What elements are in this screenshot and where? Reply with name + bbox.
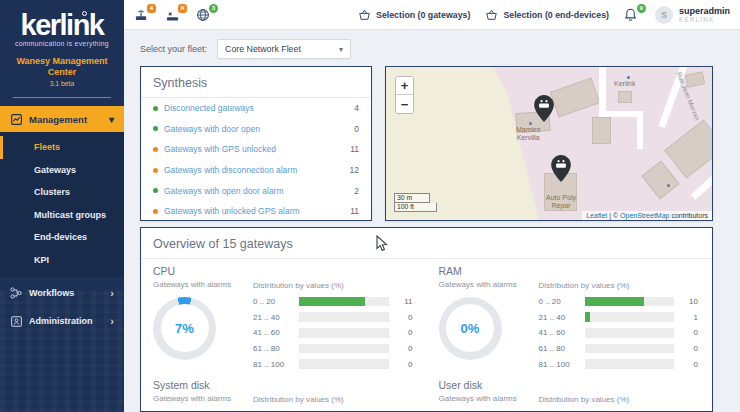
sidebar-item-multicast-groups[interactable]: Multicast groups bbox=[0, 204, 124, 227]
user-menu[interactable]: S superadmin KERLINK bbox=[655, 6, 730, 24]
attribution-suffix: contributors bbox=[669, 212, 708, 219]
bar-track bbox=[585, 359, 675, 369]
sidebar-item-management[interactable]: Management ▾ bbox=[0, 106, 124, 132]
app-title: Wanesy Management Center bbox=[0, 56, 124, 78]
map-poi-dot bbox=[529, 122, 532, 125]
sidebar: kerlink communication is everything Wane… bbox=[0, 0, 124, 412]
basket-icon bbox=[358, 9, 371, 21]
distribution-label: Distribution by values (%) bbox=[253, 395, 413, 405]
notifications-bell-button[interactable]: 0 bbox=[624, 8, 640, 22]
main-area: 4 ✕ 3 Selection (0 gateways) bbox=[124, 0, 740, 412]
bar-track bbox=[299, 328, 389, 338]
dropdown-caret-icon: ▾ bbox=[339, 45, 343, 54]
fleet-selector-row: Select your fleet: Core Network Fleet ▾ bbox=[124, 30, 740, 66]
ram-alarm-percent: 0% bbox=[446, 304, 494, 352]
chevron-down-icon: ▾ bbox=[109, 114, 114, 125]
topbar-right: Selection (0 gateways) Selection (0 end-… bbox=[358, 6, 730, 24]
map-building bbox=[592, 117, 611, 144]
synthesis-row-open-door-alarm: Gateways with open door alarm 2 bbox=[141, 180, 371, 201]
fleet-selector-label: Select your fleet: bbox=[140, 44, 207, 54]
overview-grid: CPU Gateways with alarms 7% Distribution… bbox=[141, 259, 712, 404]
range-label: 81 .. 100 bbox=[253, 360, 299, 369]
gateway-map-marker[interactable] bbox=[534, 95, 554, 122]
network-globe-icon[interactable]: 3 bbox=[196, 8, 212, 22]
osm-link[interactable]: OpenStreetMap bbox=[620, 212, 669, 219]
synthesis-link[interactable]: Gateways with door open bbox=[164, 124, 354, 134]
dashboard-row: Synthesis Disconnected gateways 4 Gatewa… bbox=[140, 66, 713, 221]
selection-end-devices-button[interactable]: Selection (0 end-devices) bbox=[485, 9, 609, 21]
overview-title: Overview of 15 gateways bbox=[141, 228, 712, 259]
gateway-disconnected-icon[interactable]: ✕ bbox=[165, 8, 181, 22]
synthesis-value: 11 bbox=[350, 206, 359, 216]
zoom-in-button[interactable]: + bbox=[396, 77, 413, 95]
workflows-label: Workflows bbox=[29, 288, 74, 298]
kpi-label: KPI bbox=[34, 255, 49, 265]
synthesis-row-disconnection-alarm: Gateways with disconnection alarm 12 bbox=[141, 160, 371, 181]
zoom-out-button[interactable]: − bbox=[396, 95, 413, 113]
map-poi-dot bbox=[667, 184, 670, 187]
chevron-right-icon: › bbox=[110, 315, 114, 327]
range-label: 61 .. 80 bbox=[539, 344, 585, 353]
cpu-section-title: CPU bbox=[153, 265, 413, 277]
sidebar-item-administration[interactable]: Administration › bbox=[0, 309, 124, 333]
sidebar-item-kpi[interactable]: KPI bbox=[0, 249, 124, 272]
ram-bar-row: 21 .. 401 bbox=[539, 312, 699, 322]
cpu-bar-row: 81 .. 1000 bbox=[253, 359, 413, 369]
app-version: 3.1 beta bbox=[0, 80, 124, 87]
user-disk-section: User disk Gateways with alarms Distribut… bbox=[439, 379, 699, 405]
bar-value: 0 bbox=[389, 313, 413, 322]
cpu-alarm-percent: 7% bbox=[161, 304, 209, 352]
topbar: 4 ✕ 3 Selection (0 gateways) bbox=[124, 0, 740, 30]
gateway-alarm-icon[interactable]: 4 bbox=[134, 8, 150, 22]
bar-value: 0 bbox=[674, 328, 698, 337]
synthesis-link[interactable]: Gateways with GPS unlocked bbox=[164, 144, 350, 154]
app-window: kerlink communication is everything Wane… bbox=[0, 0, 740, 412]
leaflet-link[interactable]: Leaflet bbox=[586, 212, 607, 219]
synthesis-value: 4 bbox=[354, 103, 359, 113]
gateway-status-icons: 4 ✕ 3 bbox=[134, 8, 212, 22]
map-panel[interactable]: Kerlink Mamies Kervilla Auto Poly Répar … bbox=[385, 66, 713, 221]
synthesis-link[interactable]: Gateways with unlocked GPS alarm bbox=[164, 206, 350, 216]
ram-alarm-donut: 0% bbox=[439, 297, 502, 360]
fleet-selected-value: Core Network Fleet bbox=[225, 44, 301, 54]
basket-icon bbox=[485, 9, 498, 21]
cpu-alarm-donut: 7% bbox=[153, 297, 216, 360]
bar-track bbox=[585, 312, 675, 322]
notifications-count-badge: 0 bbox=[637, 4, 646, 13]
map-label-line: Auto Poly bbox=[546, 194, 576, 202]
bar-track bbox=[299, 359, 389, 369]
bar-value: 1 bbox=[674, 313, 698, 322]
cpu-section: CPU Gateways with alarms 7% Distribution… bbox=[153, 265, 413, 369]
synthesis-value: 2 bbox=[354, 186, 359, 196]
bar-fill bbox=[299, 297, 365, 307]
synthesis-link[interactable]: Gateways with open door alarm bbox=[164, 186, 354, 196]
status-dot-icon bbox=[153, 126, 158, 131]
administration-label: Administration bbox=[29, 316, 93, 326]
map-building bbox=[664, 119, 713, 178]
clusters-label: Clusters bbox=[34, 187, 70, 197]
distribution-label: Distribution by values (%) bbox=[253, 281, 413, 291]
fleet-select-dropdown[interactable]: Core Network Fleet ▾ bbox=[217, 39, 351, 59]
gateways-with-alarms-label: Gateways with alarms bbox=[439, 394, 525, 404]
synthesis-row-door-open: Gateways with door open 0 bbox=[141, 119, 371, 140]
status-dot-icon bbox=[153, 106, 158, 111]
bell-icon bbox=[624, 8, 637, 22]
gateway-map-marker[interactable] bbox=[551, 155, 571, 182]
synthesis-link[interactable]: Gateways with disconnection alarm bbox=[164, 165, 350, 175]
status-dot-icon bbox=[153, 147, 158, 152]
logo-dot-icon bbox=[82, 11, 87, 16]
system-disk-section-title: System disk bbox=[153, 379, 413, 391]
map-building bbox=[550, 78, 600, 118]
sidebar-item-end-devices[interactable]: End-devices bbox=[0, 226, 124, 249]
sidebar-item-clusters[interactable]: Clusters bbox=[0, 181, 124, 204]
logo-text: kerlink bbox=[21, 10, 104, 40]
range-label: 41 .. 60 bbox=[253, 328, 299, 337]
synthesis-link[interactable]: Disconnected gateways bbox=[164, 103, 354, 113]
cpu-bar-row: 0 .. 2011 bbox=[253, 297, 413, 307]
selection-gateways-button[interactable]: Selection (0 gateways) bbox=[358, 9, 470, 21]
sidebar-item-fleets[interactable]: Fleets bbox=[0, 136, 124, 159]
gateways-with-alarms-label: Gateways with alarms bbox=[153, 394, 239, 404]
sidebar-item-gateways[interactable]: Gateways bbox=[0, 159, 124, 182]
map-road bbox=[637, 117, 643, 149]
sidebar-item-workflows[interactable]: Workflows › bbox=[0, 281, 124, 305]
